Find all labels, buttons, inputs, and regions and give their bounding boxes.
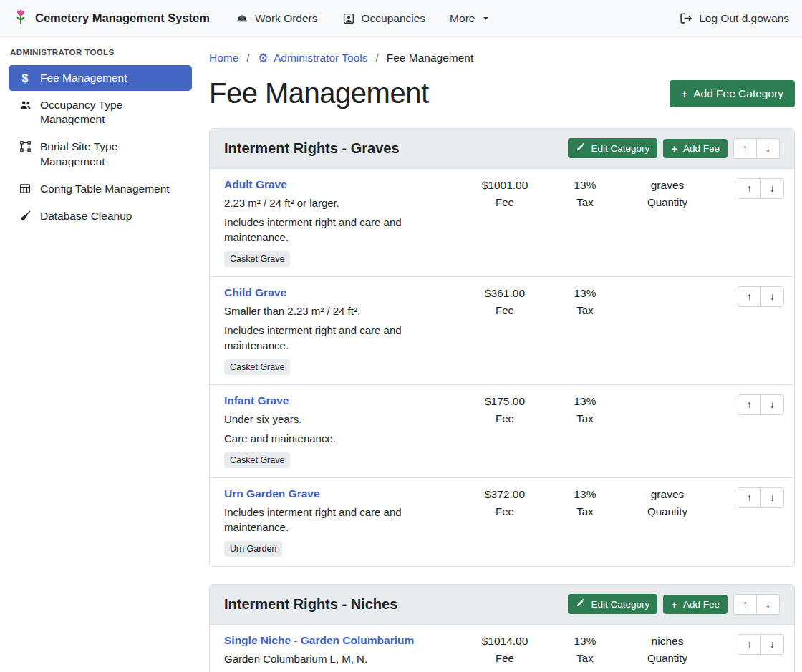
- sidebar-item-database-cleanup[interactable]: Database Cleanup: [9, 203, 192, 229]
- move-fee-up-button[interactable]: ↑: [738, 487, 761, 508]
- sidebar-item-label: Burial Site Type Management: [40, 140, 185, 168]
- fee-name-link[interactable]: Child Grave: [224, 286, 286, 299]
- add-fee-button[interactable]: + Add Fee: [663, 139, 728, 158]
- fee-amount-value: $175.00: [465, 395, 545, 408]
- fee-reorder-group: ↑ ↓: [738, 286, 784, 307]
- fee-tax-label: Tax: [551, 304, 619, 316]
- fee-tax-column: 13% Tax: [551, 286, 619, 316]
- fee-tax-label: Tax: [551, 412, 619, 424]
- fee-tax-value: 13%: [551, 395, 619, 408]
- fee-description: 2.23 m² / 24 ft² or larger.: [224, 195, 459, 210]
- fee-quantity-column: [625, 394, 710, 399]
- fee-descriptions: Includes interment right and care and ma…: [224, 505, 459, 535]
- sidebar-item-config-table-management[interactable]: Config Table Management: [9, 176, 192, 202]
- sidebar-item-label: Config Table Management: [40, 182, 170, 196]
- logout-link[interactable]: Log Out d.gowans: [679, 11, 789, 25]
- move-fee-down-button[interactable]: ↓: [760, 487, 784, 508]
- category-reorder-group: ↑ ↓: [733, 138, 780, 159]
- move-fee-down-button[interactable]: ↓: [760, 286, 784, 307]
- fee-description: Garden Columbarium L, M, N.: [224, 651, 459, 666]
- move-category-down-button[interactable]: ↓: [756, 594, 780, 615]
- arrow-down-icon: ↓: [770, 182, 775, 194]
- move-fee-up-button[interactable]: ↑: [738, 178, 761, 199]
- brand-title: Cemetery Management System: [35, 11, 210, 25]
- fee-tax-label: Tax: [551, 652, 619, 664]
- fee-amount-column: $361.00 Fee: [465, 286, 545, 316]
- fee-tax-column: 13% Tax: [551, 394, 619, 424]
- category-reorder-group: ↑ ↓: [733, 594, 780, 615]
- add-fee-category-button[interactable]: + Add Fee Category: [670, 80, 795, 107]
- fee-descriptions: 2.23 m² / 24 ft² or larger.Includes inte…: [224, 195, 459, 245]
- nav-more[interactable]: More: [450, 12, 491, 25]
- fee-quantity-value: graves: [625, 488, 710, 501]
- arrow-down-icon: ↓: [770, 399, 775, 410]
- chevron-down-icon: [481, 14, 491, 23]
- fee-name-link[interactable]: Infant Grave: [224, 394, 289, 407]
- arrow-down-icon: ↓: [765, 142, 770, 154]
- fee-name-link[interactable]: Adult Grave: [224, 178, 287, 191]
- edit-category-button[interactable]: Edit Category: [568, 138, 657, 158]
- fee-reorder-group: ↑ ↓: [738, 394, 784, 415]
- move-fee-down-button[interactable]: ↓: [760, 634, 784, 655]
- fee-type-badge: Casket Grave: [224, 359, 290, 375]
- fee-quantity-column: niches Quantity: [625, 634, 710, 664]
- move-fee-up-button[interactable]: ↑: [738, 286, 761, 307]
- move-category-down-button[interactable]: ↓: [756, 138, 780, 159]
- add-fee-button[interactable]: + Add Fee: [663, 595, 728, 614]
- move-category-up-button[interactable]: ↑: [733, 594, 757, 615]
- fee-name-link[interactable]: Urn Garden Grave: [224, 487, 320, 500]
- top-navbar: Cemetery Management System Work Orders: [0, 0, 802, 37]
- fee-description: Includes interment right and care and ma…: [224, 323, 459, 353]
- fee-description: Under six years.: [224, 412, 459, 427]
- fee-name-link[interactable]: Single Niche - Garden Columbarium: [224, 634, 414, 647]
- gear-icon: ⚙: [258, 52, 269, 64]
- arrow-up-icon: ↑: [747, 399, 752, 410]
- breadcrumb-admin-tools-link[interactable]: ⚙ Administrator Tools: [258, 52, 368, 64]
- plus-icon: +: [671, 599, 677, 610]
- fee-main: Child Grave Smaller than 2.23 m² / 24 ft…: [224, 286, 459, 375]
- category-title: Interment Rights - Niches: [224, 596, 397, 613]
- page-title: Fee Management: [209, 77, 429, 109]
- fee-reorder-group: ↑ ↓: [738, 634, 784, 655]
- category-header: Interment Rights - Niches Edit Category …: [210, 585, 794, 625]
- sidebar: ADMINISTRATOR TOOLS $Fee ManagementOccup…: [0, 37, 200, 672]
- edit-category-button[interactable]: Edit Category: [568, 594, 657, 614]
- arrow-up-icon: ↑: [747, 638, 752, 650]
- nav-occupancies[interactable]: Occupancies: [342, 12, 426, 25]
- category-header: Interment Rights - Graves Edit Category …: [210, 129, 794, 169]
- move-fee-down-button[interactable]: ↓: [760, 178, 784, 199]
- brand[interactable]: Cemetery Management System: [13, 9, 210, 29]
- nav-work-orders-label: Work Orders: [255, 12, 318, 25]
- fee-descriptions: Under six years.Care and maintenance.: [224, 412, 459, 446]
- arrow-down-icon: ↓: [770, 291, 775, 302]
- breadcrumb-admin-tools-label: Administrator Tools: [274, 52, 368, 64]
- sidebar-item-label: Occupancy Type Management: [40, 98, 185, 127]
- move-category-up-button[interactable]: ↑: [733, 138, 757, 159]
- sidebar-item-burial-site-type-management[interactable]: Burial Site Type Management: [9, 134, 192, 174]
- fee-amount-column: $175.00 Fee: [465, 394, 545, 424]
- fee-tax-column: 13% Tax: [551, 487, 619, 517]
- page-header: Fee Management + Add Fee Category: [209, 77, 795, 109]
- sidebar-heading: ADMINISTRATOR TOOLS: [0, 44, 200, 64]
- arrow-down-icon: ↓: [765, 598, 770, 610]
- fee-description: Smaller than 2.23 m² / 24 ft².: [224, 303, 459, 318]
- sidebar-item-fee-management[interactable]: $Fee Management: [9, 65, 192, 91]
- add-fee-label: Add Fee: [683, 143, 720, 154]
- arrow-down-icon: ↓: [770, 638, 775, 650]
- arrow-up-icon: ↑: [747, 492, 752, 503]
- move-fee-up-button[interactable]: ↑: [738, 394, 761, 415]
- plus-icon: +: [681, 88, 687, 99]
- arrow-up-icon: ↑: [747, 182, 752, 194]
- move-fee-down-button[interactable]: ↓: [760, 394, 784, 415]
- edit-category-label: Edit Category: [591, 599, 649, 610]
- fee-tax-value: 13%: [551, 179, 619, 192]
- sidebar-item-occupancy-type-management[interactable]: Occupancy Type Management: [9, 92, 192, 132]
- move-fee-up-button[interactable]: ↑: [738, 634, 761, 655]
- fee-amount-column: $372.00 Fee: [465, 487, 545, 517]
- fee-descriptions: Garden Columbarium L, M, N.: [224, 651, 459, 666]
- fee-row: Child Grave Smaller than 2.23 m² / 24 ft…: [210, 276, 794, 384]
- nav-work-orders[interactable]: Work Orders: [236, 12, 318, 25]
- fee-tax-value: 13%: [551, 287, 619, 300]
- breadcrumb-home-link[interactable]: Home: [209, 52, 238, 64]
- breadcrumb-separator: /: [246, 52, 249, 64]
